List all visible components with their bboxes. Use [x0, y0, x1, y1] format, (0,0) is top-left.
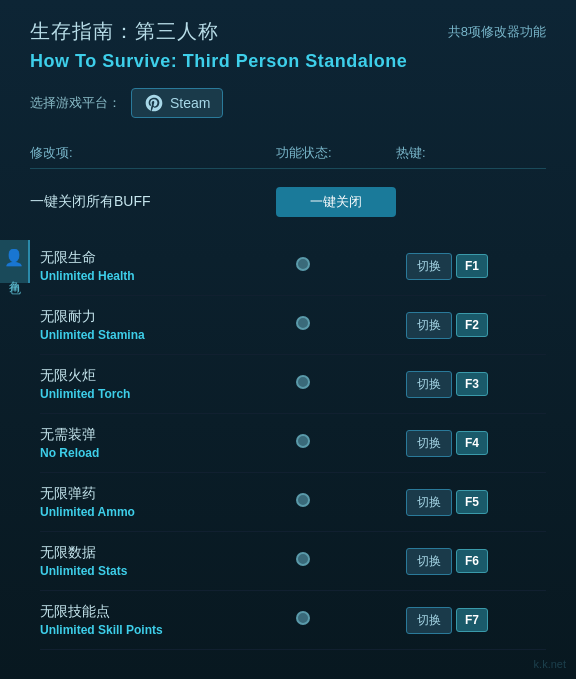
hotkey-group: 切换 F6: [406, 548, 546, 575]
hotkey-key: F3: [456, 372, 488, 396]
mod-row: 无限技能点 Unlimited Skill Points 切换 F7: [40, 591, 546, 650]
hotkey-group: 切换 F4: [406, 430, 546, 457]
mod-count: 共8项修改器功能: [448, 23, 546, 41]
side-tab-label: 角色: [6, 271, 23, 275]
mod-row: 无限生命 Unlimited Health 切换 F1: [40, 237, 546, 296]
hotkey-switch-button[interactable]: 切换: [406, 489, 452, 516]
steam-label: Steam: [170, 95, 210, 111]
hotkey-key: F2: [456, 313, 488, 337]
toggle-circle[interactable]: [296, 375, 310, 389]
steam-icon: [144, 93, 164, 113]
hotkey-key: F6: [456, 549, 488, 573]
toggle-circle[interactable]: [296, 493, 310, 507]
mod-name-cn: 无限技能点: [40, 603, 276, 621]
toggle-cell: [276, 316, 396, 334]
toggle-cell: [276, 611, 396, 629]
toggle-cell: [276, 493, 396, 511]
mod-name-en: Unlimited Health: [40, 269, 276, 283]
hotkey-switch-button[interactable]: 切换: [406, 371, 452, 398]
one-key-label: 一键关闭所有BUFF: [30, 193, 276, 211]
toggle-circle[interactable]: [296, 316, 310, 330]
platform-row: 选择游戏平台： Steam: [30, 88, 546, 118]
toggle-cell: [276, 375, 396, 393]
hotkey-key: F7: [456, 608, 488, 632]
toggle-circle[interactable]: [296, 434, 310, 448]
hotkey-key: F1: [456, 254, 488, 278]
mod-name-block: 无需装弹 No Reload: [40, 426, 276, 460]
mod-name-en: No Reload: [40, 446, 276, 460]
main-container: 生存指南：第三人称 共8项修改器功能 How To Survive: Third…: [0, 0, 576, 679]
mod-name-en: Unlimited Stamina: [40, 328, 276, 342]
character-icon: 👤: [4, 248, 24, 267]
hotkey-group: 切换 F2: [406, 312, 546, 339]
mod-row: 无限数据 Unlimited Stats 切换 F6: [40, 532, 546, 591]
mod-name-cn: 无限数据: [40, 544, 276, 562]
hotkey-key: F4: [456, 431, 488, 455]
toggle-cell: [276, 552, 396, 570]
mod-name-block: 无限火炬 Unlimited Torch: [40, 367, 276, 401]
mod-name-block: 无限耐力 Unlimited Stamina: [40, 308, 276, 342]
platform-label: 选择游戏平台：: [30, 94, 121, 112]
mod-row: 无限火炬 Unlimited Torch 切换 F3: [40, 355, 546, 414]
hotkey-group: 切换 F7: [406, 607, 546, 634]
one-key-row: 一键关闭所有BUFF 一键关闭: [30, 179, 546, 225]
toggle-cell: [276, 257, 396, 275]
mod-row: 无限耐力 Unlimited Stamina 切换 F2: [40, 296, 546, 355]
mod-name-block: 无限弹药 Unlimited Ammo: [40, 485, 276, 519]
hotkey-group: 切换 F5: [406, 489, 546, 516]
game-title-en: How To Survive: Third Person Standalone: [30, 51, 546, 72]
toggle-cell: [276, 434, 396, 452]
col-status: 功能状态:: [276, 144, 396, 162]
mod-name-cn: 无限耐力: [40, 308, 276, 326]
game-title-cn: 生存指南：第三人称: [30, 18, 219, 45]
mod-row: 无限弹药 Unlimited Ammo 切换 F5: [40, 473, 546, 532]
mod-name-en: Unlimited Stats: [40, 564, 276, 578]
mod-name-cn: 无需装弹: [40, 426, 276, 444]
toggle-circle[interactable]: [296, 257, 310, 271]
mod-name-en: Unlimited Torch: [40, 387, 276, 401]
side-tab: 👤 角色: [0, 240, 30, 283]
steam-button[interactable]: Steam: [131, 88, 223, 118]
hotkey-group: 切换 F1: [406, 253, 546, 280]
mod-name-cn: 无限火炬: [40, 367, 276, 385]
hotkey-switch-button[interactable]: 切换: [406, 548, 452, 575]
watermark: k.k.net: [534, 658, 566, 670]
mod-name-cn: 无限生命: [40, 249, 276, 267]
hotkey-switch-button[interactable]: 切换: [406, 253, 452, 280]
table-header: 修改项: 功能状态: 热键:: [30, 138, 546, 169]
mod-row: 无需装弹 No Reload 切换 F4: [40, 414, 546, 473]
one-key-button[interactable]: 一键关闭: [276, 187, 396, 217]
mods-list: 无限生命 Unlimited Health 切换 F1 无限耐力 Unlimit…: [40, 237, 546, 650]
mod-name-en: Unlimited Skill Points: [40, 623, 276, 637]
mod-name-block: 无限生命 Unlimited Health: [40, 249, 276, 283]
mod-name-block: 无限数据 Unlimited Stats: [40, 544, 276, 578]
hotkey-group: 切换 F3: [406, 371, 546, 398]
mod-name-en: Unlimited Ammo: [40, 505, 276, 519]
hotkey-switch-button[interactable]: 切换: [406, 607, 452, 634]
col-mod-item: 修改项:: [30, 144, 276, 162]
toggle-circle[interactable]: [296, 552, 310, 566]
toggle-circle[interactable]: [296, 611, 310, 625]
mod-name-cn: 无限弹药: [40, 485, 276, 503]
col-hotkey: 热键:: [396, 144, 546, 162]
mod-name-block: 无限技能点 Unlimited Skill Points: [40, 603, 276, 637]
hotkey-key: F5: [456, 490, 488, 514]
hotkey-switch-button[interactable]: 切换: [406, 430, 452, 457]
hotkey-switch-button[interactable]: 切换: [406, 312, 452, 339]
header-row: 生存指南：第三人称 共8项修改器功能: [30, 18, 546, 45]
